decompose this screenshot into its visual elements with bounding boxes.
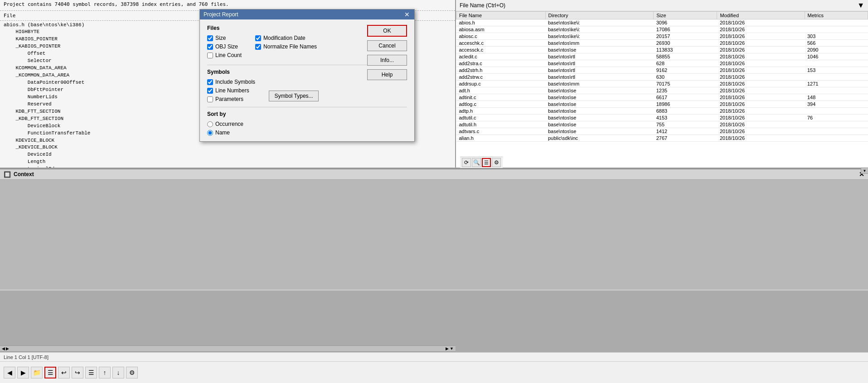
table-cell: 1412 — [654, 128, 717, 135]
context-panel-header: 🔲 Context ✕ — [0, 169, 868, 180]
expand-icon[interactable]: ▼ — [857, 1, 864, 10]
table-cell: 394 — [805, 101, 868, 108]
include-symbols-row[interactable]: Include Symbols — [207, 79, 255, 85]
fb-btn-2[interactable]: 🔍 — [472, 158, 481, 167]
toolbar-settings-btn[interactable]: ⚙ — [126, 367, 138, 378]
table-cell: 70175 — [654, 81, 717, 87]
mod-date-checkbox-row[interactable]: Modification Date — [255, 35, 317, 41]
normalize-checkbox-row[interactable]: Normalize File Names — [255, 43, 317, 50]
table-row[interactable]: abiosa.asmbase\ntos\ke\i:170862018/10/26 — [456, 26, 868, 33]
table-cell: 2018/10/26 — [717, 101, 805, 108]
table-cell: 18986 — [654, 101, 717, 108]
right-scrollbar-controls[interactable]: ▼ — [861, 168, 868, 174]
table-row[interactable]: adtlog.cbase\ntos\se189862018/10/26394 — [456, 101, 868, 108]
context-panel-title: Context — [14, 171, 34, 177]
table-row[interactable]: abiosc.cbase\ntos\ke\i:201572018/10/2630… — [456, 33, 868, 40]
table-row[interactable]: add2stra.cbase\ntos\rtl6282018/10/26 — [456, 60, 868, 67]
line-numbers-checkbox[interactable] — [207, 88, 213, 94]
line-count-checkbox-row[interactable]: Line Count — [207, 52, 242, 58]
toolbar-project-btn[interactable]: 📁 — [31, 367, 43, 378]
line-numbers-row[interactable]: Line Numbers — [207, 87, 255, 94]
parameters-row[interactable]: Parameters — [207, 96, 255, 102]
table-cell — [805, 128, 868, 135]
file-table-col-metrics[interactable]: Metrics — [805, 12, 868, 19]
table-row[interactable]: addrsup.cbase\ntos\mm701752018/10/261271 — [456, 81, 868, 87]
dialog-close-button[interactable]: ✕ — [403, 11, 411, 18]
table-cell: 17086 — [654, 26, 717, 33]
toolbar-undo-btn[interactable]: ↩ — [58, 367, 70, 378]
file-table-col-size[interactable]: Size — [654, 12, 717, 19]
include-symbols-checkbox[interactable] — [207, 79, 213, 85]
fb-btn-4[interactable]: ⚙ — [492, 158, 501, 167]
table-row[interactable]: adtp.hbase\ntos\se68832018/10/26 — [456, 108, 868, 115]
table-cell: base\ntos\se — [545, 101, 654, 108]
toolbar-menu-btn[interactable]: ☰ — [85, 367, 97, 378]
sort-name-row[interactable]: Name — [207, 129, 407, 136]
table-cell: public\sdk\inc — [545, 135, 654, 142]
table-row[interactable]: alian.hpublic\sdk\inc27672018/10/26 — [456, 135, 868, 142]
symbols-col-right: Symbol Types... — [269, 79, 319, 102]
table-row[interactable]: adtutil.cbase\ntos\se41532018/10/2676 — [456, 115, 868, 121]
table-cell: accessck.c — [456, 47, 546, 53]
mod-date-checkbox[interactable] — [255, 35, 261, 41]
parameters-checkbox[interactable] — [207, 96, 213, 102]
left-scrollbar-area[interactable]: ◀ ▶ ▶ ▼ — [0, 345, 456, 352]
file-table-col-directory[interactable]: Directory — [545, 12, 654, 19]
scroll-right-arrow[interactable]: ▶ — [6, 346, 9, 351]
toolbar-browse-btn[interactable]: ☰ — [44, 367, 56, 378]
file-table-body[interactable]: abios.hbase\ntos\ke\i:30962018/10/26abio… — [456, 19, 868, 142]
table-row[interactable]: adt.hbase\ntos\se12352018/10/26 — [456, 87, 868, 94]
table-row[interactable]: adtvars.cbase\ntos\se14122018/10/26 — [456, 128, 868, 135]
normalize-checkbox[interactable] — [255, 44, 261, 50]
line-count-checkbox[interactable] — [207, 53, 213, 58]
size-checkbox[interactable] — [207, 35, 213, 41]
help-button[interactable]: Help — [367, 69, 407, 80]
table-cell: 630 — [654, 74, 717, 81]
table-row[interactable]: acceschk.cbase\ntos\mm269302018/10/26566 — [456, 40, 868, 47]
file-table-col-modified[interactable]: Modified — [717, 12, 805, 19]
toolbar-down-btn[interactable]: ↓ — [112, 367, 124, 378]
fb-btn-3[interactable]: ☰ — [482, 158, 491, 167]
table-cell: 2018/10/26 — [717, 60, 805, 67]
table-row[interactable]: accessck.cbase\ntos\se1138332018/10/2620… — [456, 47, 868, 53]
dialog-title-text: Project Report — [204, 11, 238, 18]
scroll-left-arrow[interactable]: ◀ — [2, 346, 5, 351]
table-cell: 2018/10/26 — [717, 87, 805, 94]
table-cell: alian.h — [456, 135, 546, 142]
symbol-types-button[interactable]: Symbol Types... — [269, 91, 319, 101]
table-row[interactable]: acledit.cbase\ntos\rtl588552018/10/26104… — [456, 53, 868, 60]
table-row[interactable]: add2strh.hbase\ntos\rtl91622018/10/26153 — [456, 67, 868, 74]
table-row[interactable]: adtinit.cbase\ntos\se66172018/10/26148 — [456, 94, 868, 101]
file-table-container[interactable]: File NameDirectorySizeModifiedMetrics ab… — [456, 11, 868, 142]
table-cell — [805, 87, 868, 94]
size-checkbox-row[interactable]: Size — [207, 35, 242, 41]
sort-occurrence-row[interactable]: Occurrence — [207, 121, 407, 127]
right-scroll-icon[interactable]: ▼ — [863, 169, 867, 173]
info-button[interactable]: Info... — [367, 55, 407, 66]
scroll-collapse-icon[interactable]: ▼ — [450, 346, 454, 351]
obj-size-checkbox[interactable] — [207, 44, 213, 50]
toolbar-up-btn[interactable]: ↑ — [99, 367, 111, 378]
table-cell: abiosc.c — [456, 33, 546, 40]
toolbar-back-btn[interactable]: ◀ — [4, 367, 15, 378]
table-cell: 2018/10/26 — [717, 94, 805, 101]
toolbar-forward-btn[interactable]: ▶ — [17, 367, 29, 378]
obj-size-checkbox-row[interactable]: OBJ Size — [207, 43, 242, 50]
table-cell: base\ntos\ke\i: — [545, 19, 654, 26]
table-row[interactable]: add2strw.cbase\ntos\rtl6302018/10/26 — [456, 74, 868, 81]
sort-occurrence-radio[interactable] — [207, 121, 213, 127]
ok-button[interactable]: OK — [367, 25, 407, 37]
table-cell: 2018/10/26 — [717, 74, 805, 81]
file-table-col-file-name[interactable]: File Name — [456, 12, 546, 19]
toolbar-redo-btn[interactable]: ↪ — [72, 367, 83, 378]
sort-name-radio[interactable] — [207, 130, 213, 136]
table-row[interactable]: adtutil.hbase\ntos\se7552018/10/26 — [456, 121, 868, 128]
fb-btn-1[interactable]: ⟳ — [462, 158, 471, 167]
table-row[interactable]: abios.hbase\ntos\ke\i:30962018/10/26 — [456, 19, 868, 26]
scroll-expand-icon[interactable]: ▶ — [446, 346, 449, 351]
table-cell: base\ntos\se — [545, 108, 654, 115]
cancel-button[interactable]: Cancel — [367, 40, 407, 51]
dialog-body: Files Size OBJ Size Line Count — [200, 19, 414, 141]
table-cell: add2stra.c — [456, 60, 546, 67]
file-browser-header: File Name (Ctrl+O) ▼ — [456, 0, 868, 11]
